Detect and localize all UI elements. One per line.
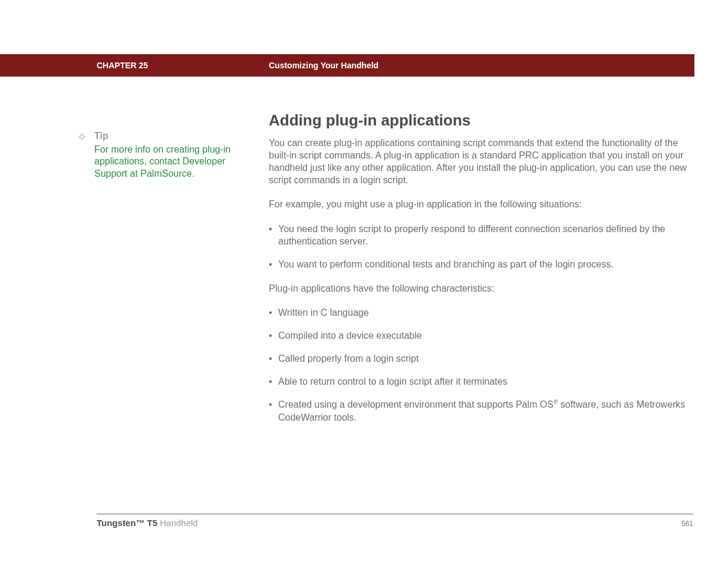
product-bold: Tungsten™ T5 bbox=[97, 518, 157, 528]
chapter-title: Customizing Your Handheld bbox=[269, 61, 378, 70]
asterisk-icon bbox=[77, 131, 87, 142]
list-item: Able to return control to a login script… bbox=[269, 375, 692, 388]
product-rest: Handheld bbox=[157, 518, 197, 528]
list-item: Called properly from a login script bbox=[269, 352, 692, 365]
list-item: You want to perform conditional tests an… bbox=[269, 258, 692, 270]
chapter-number: CHAPTER 25 bbox=[97, 61, 148, 70]
main-content: Adding plug-in applications You can crea… bbox=[269, 111, 692, 435]
page-number: 561 bbox=[681, 520, 693, 528]
product-name: Tungsten™ T5 Handheld bbox=[97, 518, 197, 528]
example-intro: For example, you might use a plug-in app… bbox=[269, 198, 692, 210]
list-item: Created using a development environment … bbox=[269, 398, 692, 424]
tip-link-text[interactable]: For more info on creating plug-in applic… bbox=[94, 144, 253, 180]
list-item: Compiled into a device executable bbox=[269, 329, 692, 342]
page-footer: Tungsten™ T5 Handheld 561 bbox=[97, 514, 693, 528]
char-last-prefix: Created using a development environment … bbox=[278, 400, 554, 410]
characteristics-intro: Plug-in applications have the following … bbox=[269, 282, 692, 295]
section-heading: Adding plug-in applications bbox=[269, 111, 692, 130]
situations-list: You need the login script to properly re… bbox=[269, 223, 692, 270]
tip-label: Tip bbox=[94, 131, 253, 141]
intro-paragraph: You can create plug-in applications cont… bbox=[269, 137, 692, 186]
tip-sidebar: Tip For more info on creating plug-in ap… bbox=[77, 131, 253, 180]
characteristics-list: Written in C language Compiled into a de… bbox=[269, 306, 692, 424]
chapter-header-bar: CHAPTER 25 Customizing Your Handheld bbox=[0, 54, 694, 77]
list-item: Written in C language bbox=[269, 306, 692, 319]
tip-block: Tip For more info on creating plug-in ap… bbox=[77, 131, 253, 180]
list-item: You need the login script to properly re… bbox=[269, 223, 692, 247]
